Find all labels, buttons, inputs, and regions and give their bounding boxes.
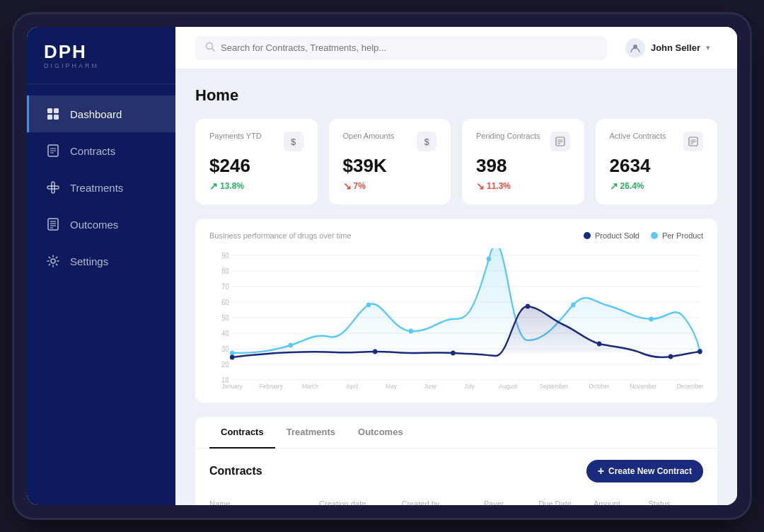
tabs-header: Contracts Treatments Outcomes <box>195 417 717 449</box>
svg-rect-10 <box>48 219 58 230</box>
kpi-card-pending: Pending Contracts 398 <box>462 119 584 204</box>
kpi-value-active: 2634 <box>610 156 704 176</box>
svg-point-50 <box>571 302 575 307</box>
sidebar-item-outcomes[interactable]: Outcomes <box>27 206 175 243</box>
tab-contracts[interactable]: Contracts <box>209 417 275 449</box>
svg-point-51 <box>649 316 653 321</box>
svg-point-57 <box>597 341 601 346</box>
svg-text:February: February <box>260 382 284 389</box>
svg-text:September: September <box>540 382 568 389</box>
kpi-icon-payments: $ <box>284 132 303 151</box>
legend-label-product-sold: Product Sold <box>595 231 639 240</box>
kpi-card-payments: Payments YTD $ $246 ↗ 13.8% <box>195 119 318 204</box>
kpi-change-payments: ↗ 13.8% <box>209 180 303 192</box>
kpi-icon-open: $ <box>417 132 436 151</box>
svg-point-56 <box>526 303 530 308</box>
sidebar-item-dashboard-label: Dashboard <box>70 108 122 120</box>
kpi-change-pending: ↘ 11.3% <box>476 180 570 192</box>
header: John Seller ▾ <box>175 27 737 69</box>
svg-text:July: July <box>464 382 475 389</box>
sidebar-item-outcomes-label: Outcomes <box>70 219 118 231</box>
device-frame: DPH DIGIPHARM Dashboard <box>14 14 750 518</box>
section-title: Contracts <box>209 465 262 478</box>
tab-outcomes[interactable]: Outcomes <box>347 417 415 449</box>
svg-point-48 <box>408 328 412 333</box>
sidebar-item-contracts-label: Contracts <box>70 145 115 157</box>
svg-rect-3 <box>54 115 59 120</box>
outcomes-icon <box>46 217 60 231</box>
svg-text:40: 40 <box>221 329 228 337</box>
content-area: Home Payments YTD $ $246 ↗ 13.8% <box>175 69 737 505</box>
svg-text:August: August <box>499 382 518 389</box>
plus-icon: + <box>598 466 604 477</box>
svg-rect-1 <box>54 108 59 113</box>
svg-point-45 <box>230 350 234 355</box>
user-menu[interactable]: John Seller ▾ <box>618 34 717 62</box>
sidebar: DPH DIGIPHARM Dashboard <box>27 27 175 505</box>
search-input[interactable] <box>221 42 597 53</box>
svg-rect-0 <box>47 108 52 113</box>
settings-icon <box>46 254 60 268</box>
svg-text:20: 20 <box>221 360 228 368</box>
col-name: Name <box>209 499 319 505</box>
tabs-section: Contracts Treatments Outcomes Contracts … <box>195 417 717 505</box>
kpi-icon-pending <box>550 132 570 151</box>
trend-down-icon: ↘ <box>343 180 352 192</box>
legend-item-product-sold: Product Sold <box>584 231 639 240</box>
col-created-by: Created by <box>401 499 483 505</box>
chart-card: Business performance of drugs over time … <box>195 219 717 403</box>
search-bar[interactable] <box>195 36 607 60</box>
dashboard-icon <box>46 107 60 121</box>
svg-point-47 <box>366 302 371 307</box>
sidebar-item-contracts[interactable]: Contracts <box>27 132 175 169</box>
kpi-change-active: ↗ 26.4% <box>610 180 704 192</box>
main-content: John Seller ▾ Home Payments YTD $ $246 <box>175 27 737 505</box>
svg-text:October: October <box>589 382 609 389</box>
svg-point-58 <box>668 354 673 359</box>
sidebar-item-dashboard[interactable]: Dashboard <box>27 96 175 132</box>
trend-down-icon-2: ↘ <box>476 180 485 192</box>
search-icon <box>205 42 215 54</box>
svg-text:90: 90 <box>221 251 228 259</box>
table-header: Name Creation date Created by Payer Due … <box>209 492 703 505</box>
col-amount: Amount <box>594 499 649 505</box>
sidebar-item-settings[interactable]: Settings <box>27 243 175 279</box>
tab-content: Contracts + Create New Contract Name Cre… <box>195 449 717 505</box>
section-header: Contracts + Create New Contract <box>209 460 703 482</box>
sidebar-item-treatments-label: Treatments <box>70 182 123 194</box>
svg-text:April: April <box>347 382 359 389</box>
chart-title: Business performance of drugs over time <box>209 231 352 240</box>
chart-container: 90 80 70 60 50 40 30 20 10 <box>209 248 703 390</box>
svg-point-15 <box>51 259 55 263</box>
treatments-icon <box>46 180 60 195</box>
kpi-value-pending: 398 <box>476 156 570 176</box>
kpi-label-open: Open Amounts <box>343 132 395 140</box>
nav-menu: Dashboard Contracts <box>27 84 175 505</box>
svg-text:June: June <box>424 382 436 389</box>
app-container: DPH DIGIPHARM Dashboard <box>27 27 737 505</box>
tab-treatments[interactable]: Treatments <box>275 417 347 449</box>
contracts-icon <box>46 144 60 158</box>
create-contract-button[interactable]: + Create New Contract <box>586 460 703 482</box>
svg-text:May: May <box>386 382 397 389</box>
logo-sub: DIGIPHARM <box>44 62 158 69</box>
kpi-value-payments: $246 <box>209 156 303 176</box>
chart-legend: Product Sold Per Product <box>584 231 703 240</box>
user-name: John Seller <box>651 42 700 53</box>
kpi-row: Payments YTD $ $246 ↗ 13.8% Open Amounts… <box>195 119 717 204</box>
avatar <box>625 38 645 58</box>
kpi-label-pending: Pending Contracts <box>476 132 540 140</box>
svg-point-54 <box>373 349 377 354</box>
trend-up-icon-2: ↗ <box>610 180 618 192</box>
chart-header: Business performance of drugs over time … <box>209 231 703 240</box>
col-due-date: Due Date <box>538 499 594 505</box>
svg-point-59 <box>698 349 702 354</box>
sidebar-item-treatments[interactable]: Treatments <box>27 169 175 206</box>
svg-text:50: 50 <box>221 313 228 321</box>
svg-text:November: November <box>630 382 656 389</box>
kpi-label-active: Active Contracts <box>610 132 666 140</box>
svg-text:March: March <box>302 382 318 389</box>
svg-text:60: 60 <box>221 298 228 306</box>
svg-text:January: January <box>221 382 243 389</box>
svg-text:80: 80 <box>221 267 228 274</box>
